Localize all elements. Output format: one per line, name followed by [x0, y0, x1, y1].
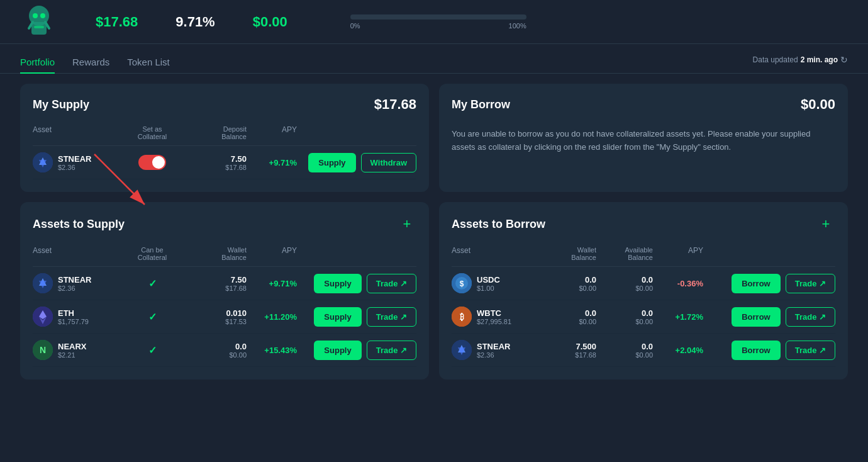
- supply-stnear-deposit: 7.50 $17.68: [184, 154, 247, 171]
- atb-usdc-actions: Borrow Trade ↗: [703, 274, 835, 293]
- apy-value: 9.71%: [175, 14, 214, 30]
- atb-stnear-wallet: 7.500 $17.68: [540, 342, 596, 359]
- atb-wbtc-icon: ₿: [452, 307, 472, 327]
- atb-stnear-borrow-btn[interactable]: Borrow: [732, 341, 781, 360]
- atb-stnear-actions: Borrow Trade ↗: [703, 341, 835, 360]
- ats-nearx-supply-btn[interactable]: Supply: [314, 341, 361, 360]
- atb-wbtc-available: 0.0 $0.00: [596, 308, 653, 325]
- atb-usdc-trade-btn[interactable]: Trade ↗: [786, 274, 835, 293]
- atb-stnear-trade-btn[interactable]: Trade ↗: [786, 341, 835, 360]
- supply-value: $17.68: [96, 14, 138, 30]
- my-borrow-header: My Borrow $0.00: [452, 96, 835, 113]
- ats-eth-usd: $17.53: [184, 318, 247, 325]
- atb-wbtc-avail-usd: $0.00: [596, 318, 653, 325]
- ats-asset-nearx: N NEARX $2.21: [33, 340, 121, 360]
- assets-to-supply-card: Assets to Supply + Asset Can beCollatera…: [20, 202, 429, 380]
- ats-stnear-collateral: ✓: [121, 278, 184, 290]
- atb-usdc-info: USDC $1.00: [477, 275, 500, 292]
- atb-wbtc-name: WBTC: [477, 308, 511, 318]
- supply-stnear-apy: +9.71%: [247, 158, 297, 167]
- supply-stnear-toggle[interactable]: [138, 155, 166, 170]
- ats-eth-price: $1,757.79: [58, 318, 89, 325]
- borrow-message: You are unable to borrow as you do not h…: [452, 123, 835, 159]
- ats-stnear-wallet: 7.50 $17.68: [184, 275, 247, 292]
- svg-point-2: [33, 13, 38, 18]
- ats-stnear-apy: +9.71%: [247, 279, 297, 288]
- supply-stnear-withdraw-btn[interactable]: Withdraw: [361, 153, 416, 172]
- ats-stnear-supply-btn[interactable]: Supply: [314, 274, 361, 293]
- data-updated-prefix: Data updated: [753, 55, 798, 64]
- supply-col-deposit: DepositBalance: [184, 125, 247, 140]
- svg-text:₿: ₿: [460, 312, 464, 322]
- supply-col-apy: APY: [247, 125, 297, 140]
- atb-stnear-wallet-usd: $17.68: [540, 351, 596, 359]
- supply-row-stnear: STNEAR $2.36 7.50 $17.68 +9.71% Supply W: [33, 146, 416, 179]
- assets-to-supply-title: Assets to Supply: [33, 218, 125, 231]
- supply-stnear-toggle-wrap[interactable]: [121, 155, 184, 170]
- tab-token-list[interactable]: Token List: [127, 52, 170, 74]
- atb-stnear-apy: +2.04%: [653, 346, 703, 355]
- atb-stnear-icon: [452, 340, 472, 360]
- assets-to-borrow-card: Assets to Borrow + Asset WalletBalance A…: [439, 202, 848, 380]
- data-updated: Data updated 2 min. ago ↻: [753, 55, 848, 70]
- ats-asset-stnear: STNEAR $2.36: [33, 273, 121, 293]
- my-borrow-card: My Borrow $0.00 You are unable to borrow…: [439, 84, 848, 192]
- ats-row-nearx: N NEARX $2.21 ✓ 0.0 $0.00 +15.43% Supply: [33, 334, 416, 367]
- atb-row-wbtc: ₿ WBTC $27,995.81 0.0 $0.00 0.0 $0.00: [452, 300, 835, 334]
- tab-portfolio[interactable]: Portfolio: [20, 52, 55, 74]
- supply-stnear-supply-btn[interactable]: Supply: [308, 153, 355, 172]
- ats-eth-supply-btn[interactable]: Supply: [314, 307, 361, 327]
- assets-to-borrow-title: Assets to Borrow: [452, 218, 545, 231]
- ats-nearx-collateral: ✓: [121, 344, 184, 356]
- atb-usdc-borrow-btn[interactable]: Borrow: [732, 274, 781, 293]
- supply-stnear-info: STNEAR $2.36: [58, 154, 91, 171]
- tab-rewards[interactable]: Rewards: [72, 52, 109, 74]
- supply-stnear-actions: Supply Withdraw: [297, 153, 416, 172]
- atb-asset-stnear: STNEAR $2.36: [452, 340, 540, 360]
- atb-wbtc-actions: Borrow Trade ↗: [703, 307, 835, 327]
- apy-stat: 9.71%: [175, 14, 214, 30]
- atb-stnear-name: STNEAR: [477, 342, 510, 351]
- assets-to-borrow-plus[interactable]: +: [816, 215, 835, 234]
- progress-max: 100%: [509, 22, 526, 30]
- atb-usdc-wallet: 0.0 $0.00: [540, 275, 596, 292]
- ats-eth-trade-btn[interactable]: Trade ↗: [367, 307, 416, 327]
- ats-stnear-trade-btn[interactable]: Trade ↗: [367, 274, 416, 293]
- atb-wbtc-borrow-btn[interactable]: Borrow: [732, 307, 781, 327]
- atb-col-wallet: WalletBalance: [540, 246, 596, 261]
- ats-col-wallet: WalletBalance: [184, 246, 247, 261]
- svg-rect-4: [34, 26, 44, 28]
- atb-wbtc-wallet: 0.0 $0.00: [540, 308, 596, 325]
- atb-col-asset: Asset: [452, 246, 540, 261]
- ats-nearx-info: NEARX $2.21: [58, 342, 87, 359]
- ats-row-eth: ETH $1,757.79 ✓ 0.010 $17.53 +11.20% Sup…: [33, 300, 416, 334]
- assets-to-supply-plus[interactable]: +: [398, 215, 416, 234]
- atb-row-stnear: STNEAR $2.36 7.500 $17.68 0.0 $0.00 +2.0…: [452, 334, 835, 367]
- refresh-icon[interactable]: ↻: [840, 55, 848, 65]
- supply-table-header: Asset Set asCollateral DepositBalance AP…: [33, 123, 416, 146]
- supply-stnear-price: $2.36: [58, 164, 91, 171]
- ats-nearx-price: $2.21: [58, 351, 87, 359]
- ats-nearx-wallet: 0.0 $0.00: [184, 342, 247, 359]
- ats-eth-icon: [33, 307, 53, 327]
- my-supply-header: My Supply $17.68: [33, 96, 416, 113]
- supply-col-asset: Asset: [33, 125, 121, 140]
- atb-wbtc-info: WBTC $27,995.81: [477, 308, 511, 325]
- svg-text:N: N: [40, 345, 46, 355]
- ats-nearx-trade-btn[interactable]: Trade ↗: [367, 341, 416, 360]
- ats-nearx-icon: N: [33, 340, 53, 360]
- atb-wbtc-price: $27,995.81: [477, 318, 511, 325]
- ats-eth-collateral: ✓: [121, 311, 184, 323]
- atb-wbtc-trade-btn[interactable]: Trade ↗: [786, 307, 835, 327]
- ats-nearx-qty: 0.0: [184, 342, 247, 351]
- ats-eth-info: ETH $1,757.79: [58, 308, 89, 325]
- atb-stnear-avail-qty: 0.0: [596, 342, 653, 351]
- nav-tabs: Portfolio Rewards Token List Data update…: [0, 44, 868, 74]
- atb-usdc-wallet-qty: 0.0: [540, 275, 596, 285]
- ats-col-apy: APY: [247, 246, 297, 261]
- supply-col-collateral: Set asCollateral: [121, 125, 184, 140]
- atb-wbtc-wallet-qty: 0.0: [540, 308, 596, 318]
- atb-stnear-available: 0.0 $0.00: [596, 342, 653, 359]
- ats-eth-wallet: 0.010 $17.53: [184, 308, 247, 325]
- atb-stnear-avail-usd: $0.00: [596, 351, 653, 359]
